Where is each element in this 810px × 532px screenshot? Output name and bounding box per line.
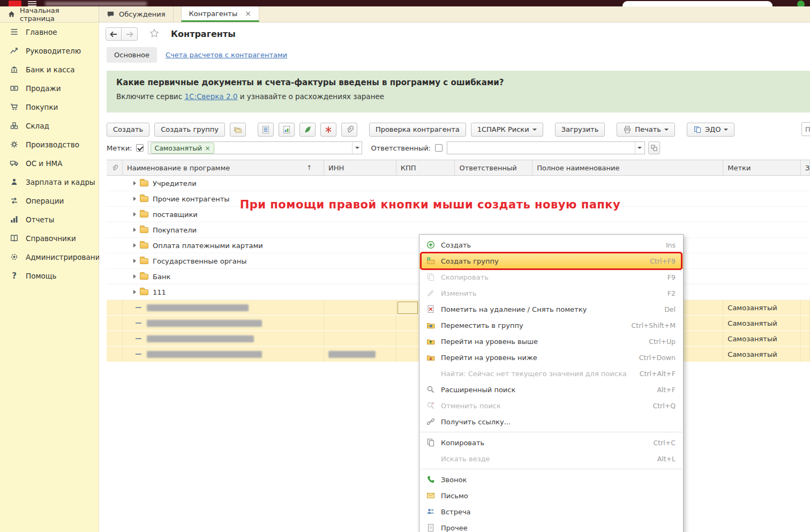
menu-item-label: Прочее [441,524,670,532]
magnifier-cancel-icon [426,401,436,410]
deletion-mark-button[interactable] [320,123,336,137]
menu-item-create[interactable]: Создать Ins [419,237,683,253]
sidebar-item-proizvodstvo[interactable]: Производство [0,135,99,154]
expand-arrow-icon[interactable] [133,212,136,216]
expand-arrow-icon[interactable] [133,243,136,248]
responsible-filter-combo[interactable] [447,141,645,154]
menu-item-label: Переместить в группу [441,321,626,329]
spark-risks-button[interactable]: 1СПАРК Риски [471,123,543,137]
menu-item-other[interactable]: Прочее [419,520,683,532]
favorite-star-icon[interactable] [149,28,159,40]
expand-arrow-icon[interactable] [133,290,136,294]
menu-item-cancel-search[interactable]: Отменить поиск Ctrl+Q [419,398,683,414]
sidebar-item-os-nma[interactable]: ОС и НМА [0,154,99,173]
tags-filter-combo[interactable]: Самозанятый × [148,141,362,154]
sidebar-item-bank-kassa[interactable]: Банк и касса [0,60,99,79]
combo-dropdown-button[interactable] [635,142,644,154]
expand-arrow-icon[interactable] [133,259,136,263]
sidebar-item-rukovoditelyu[interactable]: Руководителю [0,41,99,60]
clipped-column-header[interactable]: З [801,160,810,175]
menu-item-search-everywhere[interactable]: Искать везде Alt+L [419,451,683,467]
chevron-down-icon [638,147,642,151]
menu-item-copy-clipboard[interactable]: Копировать Ctrl+C [419,434,683,451]
sidebar-item-pokupki[interactable]: Покупки [0,98,99,116]
user-avatar[interactable] [797,1,805,6]
copy-group-button[interactable] [230,123,246,137]
menu-item-move-to-group[interactable]: Переместить в группу Ctrl+Shift+M [419,317,683,333]
menu-item-meeting[interactable]: Встреча [419,504,683,520]
edo-button[interactable]: ЭДО [687,123,734,137]
attachments-button[interactable] [341,123,357,137]
menu-item-edit[interactable]: Изменить F2 [419,285,683,301]
sidebar-item-glavnoe[interactable]: Главное [0,23,99,41]
choose-from-list-button[interactable] [648,141,660,154]
table-row-folder[interactable]: Учредители [107,176,810,191]
menu-item-level-down[interactable]: Перейти на уровень ниже Ctrl+Down [419,349,683,365]
sidebar-item-operacii[interactable]: Операции [0,191,99,210]
create-group-button[interactable]: Создать группу [154,123,225,137]
redacted-name [147,304,249,311]
chart-up-icon [10,46,19,55]
person-icon [10,177,19,186]
menu-item-call[interactable]: Звонок [419,471,683,488]
tab-kontragenty[interactable]: Контрагенты × [181,6,259,22]
menu-item-get-link[interactable]: Получить ссылку... [419,414,683,430]
subnav-main-tab[interactable]: Основное [107,47,157,63]
list-view-button[interactable] [258,123,274,137]
menu-item-advanced-search[interactable]: Расширенный поиск Alt+F [419,381,683,398]
sidebar-item-prodazhi[interactable]: Продажи [0,79,99,98]
truck-icon [10,159,19,168]
expand-arrow-icon[interactable] [133,197,136,201]
edit-feather-button[interactable] [299,123,316,137]
sidebar-item-spravochniki[interactable]: Справочники [0,229,99,248]
folder-name: Покупатели [153,226,197,234]
expand-arrow-icon[interactable] [133,274,136,279]
menu-item-mark-deletion[interactable]: Пометить на удаление / Снять пометку Del [419,301,683,317]
print-button[interactable]: Печать [617,123,675,137]
inn-column-header[interactable]: ИНН [324,160,396,175]
tag-chip-close-icon[interactable]: × [205,144,210,152]
sidebar-item-otchety[interactable]: Отчеты [0,210,99,229]
tab-home[interactable]: Начальная страница [0,6,99,22]
tags-column-header[interactable]: Метки [723,160,801,175]
expand-arrow-icon[interactable] [133,181,136,185]
table-header-row: Наименование в программе ↑ ИНН КПП Ответ… [107,160,810,176]
sverka-link[interactable]: 1С:Сверка 2.0 [184,92,237,101]
window-title-blurred [45,2,147,6]
menu-item-find[interactable]: Найти: Сейчас нет текущего значения для … [419,365,683,381]
full-name-column-header[interactable]: Полное наименование [532,160,723,175]
combo-dropdown-button[interactable] [352,142,362,154]
header-label: Наименование в программе [127,164,230,172]
hamburger-menu-icon[interactable] [28,1,36,6]
kpp-column-header[interactable]: КПП [396,160,455,175]
doc-image-button[interactable] [279,123,295,137]
table-search-input[interactable]: Поиск [801,122,810,136]
menu-item-label: Расширенный поиск [441,386,651,394]
menu-item-copy-item[interactable]: Скопировать F9 [419,269,683,285]
document-icon [426,523,436,532]
attachment-column-header[interactable] [107,160,123,175]
menu-item-letter[interactable]: Письмо [419,488,683,504]
check-counterparty-button[interactable]: Проверка контрагента [369,123,466,137]
forward-button[interactable] [122,27,138,41]
tags-filter-checkbox[interactable] [136,144,144,152]
sidebar-item-administrirovanie[interactable]: Администрирование [0,248,99,266]
tab-discussions[interactable]: Обсуждения [99,6,174,22]
load-button[interactable]: Загрузить [555,123,605,137]
header-label: КПП [401,164,416,172]
sidebar-item-sklad[interactable]: Склад [0,116,99,135]
global-search-input[interactable] [622,1,772,6]
create-button[interactable]: Создать [107,123,149,137]
tab-close-icon[interactable]: × [245,10,251,17]
responsible-column-header[interactable]: Ответственный [455,160,532,175]
responsible-filter-checkbox[interactable] [435,144,442,152]
sidebar-item-zarplata[interactable]: Зарплата и кадры [0,173,99,191]
subnav-accounts-link[interactable]: Счета расчетов с контрагентами [166,51,287,59]
menu-item-level-up[interactable]: Перейти на уровень выше Ctrl+Up [419,333,683,349]
sidebar-item-pomosch[interactable]: ? Помощь [0,266,99,285]
expand-arrow-icon[interactable] [133,228,136,232]
back-button[interactable] [106,27,122,41]
menu-item-create-group[interactable]: Создать группу Ctrl+F9 [419,253,683,269]
name-column-header[interactable]: Наименование в программе ↑ [123,160,324,175]
current-cell-cursor[interactable] [398,302,418,314]
